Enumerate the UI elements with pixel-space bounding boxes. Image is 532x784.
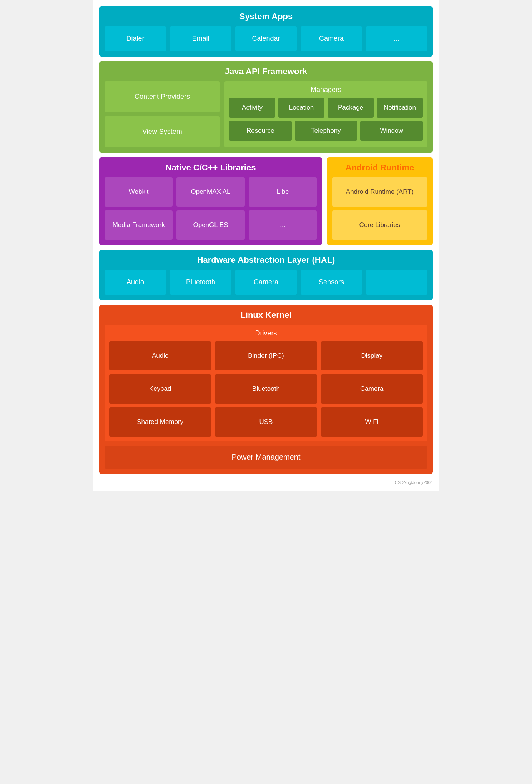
middle-section: Native C/C++ Libraries Webkit OpenMAX AL… xyxy=(99,157,433,245)
java-api-section: Java API Framework Content Providers Vie… xyxy=(99,61,433,153)
java-api-inner: Content Providers View System Managers A… xyxy=(105,81,427,147)
notification-manager: Notification xyxy=(377,98,423,118)
driver-keypad: Keypad xyxy=(109,374,211,404)
android-architecture-diagram: System Apps Dialer Email Calendar Camera… xyxy=(93,0,439,491)
drivers-row-3: Shared Memory USB WIFI xyxy=(109,407,423,437)
linux-kernel-section: Linux Kernel Drivers Audio Binder (IPC) … xyxy=(99,305,433,474)
driver-binder: Binder (IPC) xyxy=(215,341,317,370)
managers-container: Managers Activity Location Package Notif… xyxy=(224,81,427,147)
hal-bluetooth-card: Bluetooth xyxy=(170,270,231,295)
driver-audio: Audio xyxy=(109,341,211,370)
watermark: CSDN @Jonny2004 xyxy=(99,480,433,485)
driver-wifi: WIFI xyxy=(321,407,423,437)
package-manager: Package xyxy=(328,98,374,118)
hal-sensors-card: Sensors xyxy=(301,270,362,295)
runtime-cards: Android Runtime (ART) Core Libraries xyxy=(332,177,427,240)
more-card: ... xyxy=(366,26,427,51)
managers-row-2: Resource Telephony Window xyxy=(229,121,423,141)
native-more-card: ... xyxy=(249,210,317,240)
driver-shared-memory: Shared Memory xyxy=(109,407,211,437)
art-card: Android Runtime (ART) xyxy=(332,177,427,207)
webkit-card: Webkit xyxy=(105,177,173,207)
activity-manager: Activity xyxy=(229,98,275,118)
linux-kernel-title: Linux Kernel xyxy=(105,310,427,320)
power-management-card: Power Management xyxy=(105,446,427,469)
hal-title: Hardware Abstraction Layer (HAL) xyxy=(105,255,427,265)
opengl-card: OpenGL ES xyxy=(176,210,244,240)
calendar-card: Calendar xyxy=(235,26,297,51)
native-libs-title: Native C/C++ Libraries xyxy=(105,163,317,173)
java-api-title: Java API Framework xyxy=(105,67,427,77)
content-providers-card: Content Providers xyxy=(105,81,220,112)
hal-section: Hardware Abstraction Layer (HAL) Audio B… xyxy=(99,250,433,300)
driver-display: Display xyxy=(321,341,423,370)
camera-card: Camera xyxy=(301,26,362,51)
native-grid: Webkit OpenMAX AL Libc Media Framework O… xyxy=(105,177,317,240)
system-apps-cards-row: Dialer Email Calendar Camera ... xyxy=(105,26,427,51)
telephony-manager: Telephony xyxy=(295,121,357,141)
system-apps-title: System Apps xyxy=(105,12,427,22)
managers-title: Managers xyxy=(229,86,423,94)
driver-usb: USB xyxy=(215,407,317,437)
openmax-card: OpenMAX AL xyxy=(176,177,244,207)
email-card: Email xyxy=(170,26,231,51)
managers-row-1: Activity Location Package Notification xyxy=(229,98,423,118)
drivers-container: Drivers Audio Binder (IPC) Display Keypa… xyxy=(105,325,427,441)
window-manager: Window xyxy=(360,121,423,141)
libc-card: Libc xyxy=(249,177,317,207)
hal-more-card: ... xyxy=(366,270,427,295)
native-row-2: Media Framework OpenGL ES ... xyxy=(105,210,317,240)
android-runtime-section: Android Runtime Android Runtime (ART) Co… xyxy=(327,157,433,245)
dialer-card: Dialer xyxy=(105,26,166,51)
android-runtime-title: Android Runtime xyxy=(332,163,427,173)
driver-bluetooth: Bluetooth xyxy=(215,374,317,404)
drivers-title: Drivers xyxy=(109,329,423,337)
hal-cards-row: Audio Bluetooth Camera Sensors ... xyxy=(105,270,427,295)
system-apps-section: System Apps Dialer Email Calendar Camera… xyxy=(99,6,433,57)
location-manager: Location xyxy=(278,98,324,118)
resource-manager: Resource xyxy=(229,121,292,141)
view-system-card: View System xyxy=(105,116,220,147)
hal-audio-card: Audio xyxy=(105,270,166,295)
native-row-1: Webkit OpenMAX AL Libc xyxy=(105,177,317,207)
java-api-left: Content Providers View System xyxy=(105,81,220,147)
media-framework-card: Media Framework xyxy=(105,210,173,240)
drivers-row-2: Keypad Bluetooth Camera xyxy=(109,374,423,404)
driver-camera: Camera xyxy=(321,374,423,404)
core-libraries-card: Core Libraries xyxy=(332,210,427,240)
drivers-row-1: Audio Binder (IPC) Display xyxy=(109,341,423,370)
managers-grid: Activity Location Package Notification R… xyxy=(229,98,423,141)
drivers-grid: Audio Binder (IPC) Display Keypad Blueto… xyxy=(109,341,423,437)
hal-camera-card: Camera xyxy=(235,270,297,295)
native-libs-section: Native C/C++ Libraries Webkit OpenMAX AL… xyxy=(99,157,322,245)
